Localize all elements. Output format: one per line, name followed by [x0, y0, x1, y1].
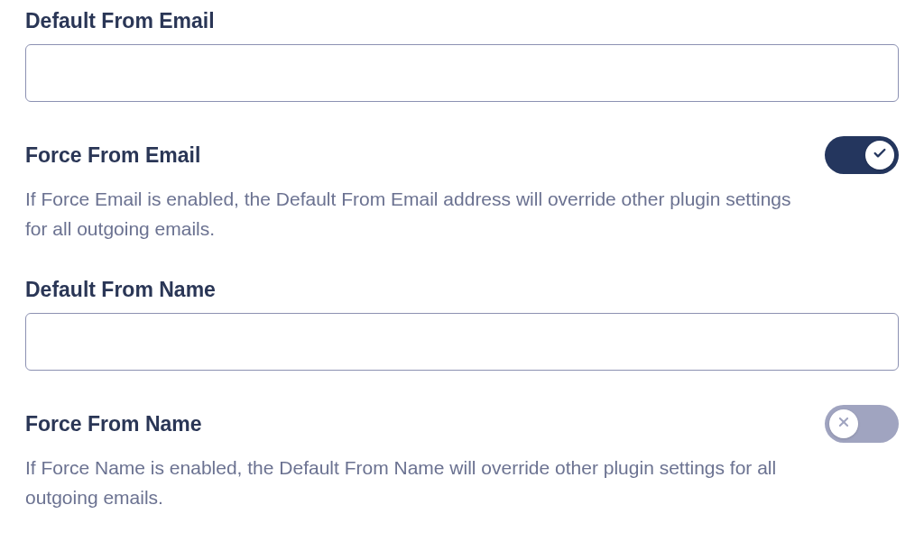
toggle-knob [865, 141, 894, 170]
default-from-email-input[interactable] [25, 44, 899, 102]
default-from-name-label: Default From Name [25, 278, 216, 302]
force-from-name-group: Force From Name If Force Name is enabled… [25, 405, 899, 512]
toggle-knob [829, 409, 858, 438]
default-from-email-label: Default From Email [25, 9, 215, 33]
x-icon [837, 416, 850, 432]
default-from-name-label-row: Default From Name [25, 278, 899, 302]
force-from-name-label-row: Force From Name [25, 405, 899, 443]
check-icon [873, 146, 887, 164]
default-from-email-label-row: Default From Email [25, 9, 899, 33]
force-from-email-group: Force From Email If Force Email is enabl… [25, 136, 899, 243]
force-from-email-label: Force From Email [25, 143, 200, 168]
force-from-name-label: Force From Name [25, 412, 202, 436]
default-from-email-group: Default From Email [25, 9, 899, 102]
default-from-name-group: Default From Name [25, 278, 899, 371]
force-from-name-description: If Force Name is enabled, the Default Fr… [25, 454, 812, 512]
force-from-email-toggle[interactable] [825, 136, 899, 174]
default-from-name-input[interactable] [25, 313, 899, 371]
force-from-email-description: If Force Email is enabled, the Default F… [25, 185, 812, 243]
force-from-name-toggle[interactable] [825, 405, 899, 443]
force-from-email-label-row: Force From Email [25, 136, 899, 174]
